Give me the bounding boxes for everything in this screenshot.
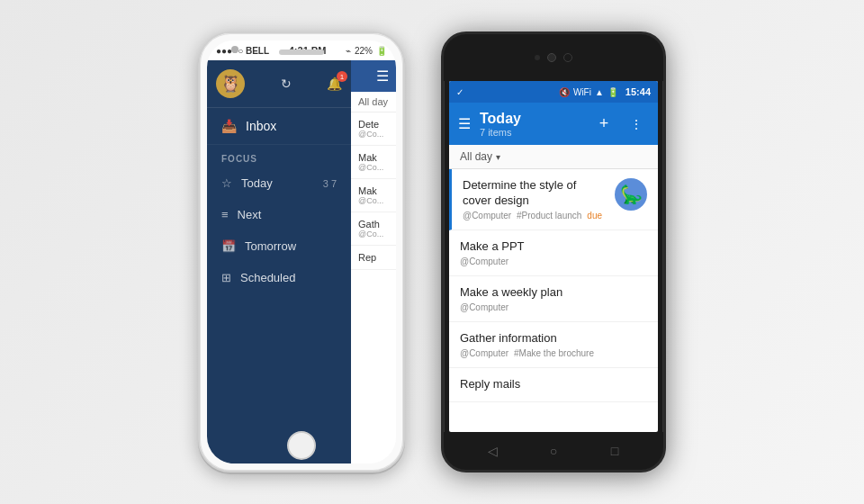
iphone-content: 🦉 ↻ 🔔 1 📥 Inbox bbox=[207, 60, 396, 464]
iphone-sidebar: 🦉 ↻ 🔔 1 📥 Inbox bbox=[207, 60, 351, 464]
today-count: 3 7 bbox=[323, 178, 337, 189]
task-title: Reply mails bbox=[460, 377, 647, 392]
sidebar-focus-label: FOCUS bbox=[207, 145, 351, 167]
android-speaker bbox=[535, 55, 540, 60]
list-item[interactable]: Make a weekly plan @Computer bbox=[449, 276, 658, 322]
list-item[interactable]: Rep bbox=[351, 246, 396, 270]
android-home-button[interactable]: ○ bbox=[540, 437, 567, 464]
iphone-vol-down-button bbox=[198, 155, 200, 177]
android-wifi-icon: WiFi bbox=[573, 87, 591, 97]
android-time: 15:44 bbox=[626, 86, 651, 97]
android-signal-icon: ▲ bbox=[595, 87, 604, 97]
battery-icon: 🔋 bbox=[376, 46, 387, 56]
avatar: 🦉 bbox=[216, 69, 245, 98]
list-item[interactable]: Reply mails bbox=[449, 368, 658, 402]
android-bottom-bar: ◁ ○ □ bbox=[444, 432, 663, 470]
due-badge: due bbox=[587, 211, 602, 220]
android-battery-icon: 🔋 bbox=[608, 87, 618, 97]
task-title: Dete bbox=[358, 119, 389, 130]
sidebar-header: 🦉 ↻ 🔔 1 bbox=[207, 60, 351, 108]
task-list-preview: Dete @Co... Mak @Co... Mak @Co... bbox=[351, 112, 396, 464]
android-menu-icon[interactable]: ☰ bbox=[458, 115, 471, 132]
avatar: 🦕 bbox=[615, 178, 647, 211]
sidebar-item-inbox[interactable]: 📥 Inbox bbox=[207, 108, 351, 145]
task-sub: @Co... bbox=[358, 163, 389, 172]
android-task-list: Determine the style of cover design @Com… bbox=[449, 169, 658, 401]
sidebar-item-tomorrow[interactable]: 📅 Tomorrow bbox=[207, 230, 351, 262]
task-title: Make a PPT bbox=[460, 239, 647, 255]
hamburger-icon[interactable]: ☰ bbox=[376, 68, 389, 85]
task-tag: @Computer bbox=[460, 348, 508, 358]
android-screen-area: ✓ 🔇 WiFi ▲ 🔋 15:44 ☰ Today 7 items + bbox=[449, 81, 658, 432]
android-back-button[interactable]: ◁ bbox=[479, 437, 506, 464]
list-item[interactable]: Mak @Co... bbox=[351, 179, 396, 212]
list-item[interactable]: Dete @Co... bbox=[351, 112, 396, 146]
list-item[interactable]: Gath @Co... bbox=[351, 212, 396, 246]
devices-container: ●●●○○ BELL 4:21 PM ⌁ 22% 🔋 🦉 ↻ bbox=[180, 14, 684, 490]
list-item[interactable]: Gather information @Computer #Make the b… bbox=[449, 322, 658, 368]
iphone-speaker bbox=[279, 50, 324, 55]
chevron-down-icon: ▾ bbox=[496, 152, 500, 162]
android-top-bar bbox=[444, 34, 663, 81]
task-sub: @Co... bbox=[358, 196, 389, 205]
task-content: Make a weekly plan @Computer bbox=[460, 285, 647, 312]
android-camera bbox=[547, 53, 556, 62]
list-item[interactable]: Make a PPT @Computer bbox=[449, 230, 658, 276]
task-title: Mak bbox=[358, 152, 389, 163]
task-title: Rep bbox=[358, 252, 389, 263]
task-content: Make a PPT @Computer bbox=[460, 239, 647, 266]
iphone-home-button[interactable] bbox=[287, 431, 316, 460]
task-tag: @Computer bbox=[460, 256, 508, 266]
iphone-vol-up-button bbox=[198, 123, 200, 146]
task-tags: @Computer #Product launch due bbox=[463, 211, 608, 220]
task-tag: #Make the brochure bbox=[514, 348, 594, 358]
sidebar-scheduled-label: Scheduled bbox=[240, 271, 295, 284]
task-tags: @Computer bbox=[460, 302, 647, 312]
sidebar-item-scheduled[interactable]: ⊞ Scheduled bbox=[207, 262, 351, 293]
sidebar-next-label: Next bbox=[238, 208, 262, 221]
list-item[interactable]: Determine the style of cover design @Com… bbox=[449, 169, 658, 230]
allday-label: All day bbox=[460, 150, 492, 163]
scheduled-icon: ⊞ bbox=[221, 271, 231, 284]
task-title: Gather information bbox=[460, 331, 647, 346]
android-sensor bbox=[563, 53, 572, 62]
iphone-main-panel: ☰ All day Dete @Co... Mak @Co... bbox=[351, 60, 396, 464]
more-options-button[interactable]: ⋮ bbox=[624, 112, 649, 137]
notifications-icon[interactable]: 🔔 1 bbox=[327, 76, 342, 91]
toolbar-subtitle: 7 items bbox=[480, 127, 591, 138]
bluetooth-icon: ⌁ bbox=[346, 46, 351, 56]
task-content: Determine the style of cover design @Com… bbox=[463, 178, 608, 220]
iphone-power-button bbox=[403, 137, 405, 173]
toolbar-title-area: Today 7 items bbox=[480, 110, 591, 138]
task-tags: @Computer #Make the brochure bbox=[460, 348, 647, 358]
task-tag: @Computer bbox=[463, 211, 511, 220]
toolbar-title: Today bbox=[480, 110, 591, 127]
android-allday-bar: All day ▾ bbox=[449, 145, 658, 169]
sidebar-item-next[interactable]: ≡ Next bbox=[207, 199, 351, 230]
android-toolbar: ☰ Today 7 items + ⋮ bbox=[449, 103, 658, 145]
list-item[interactable]: Mak @Co... bbox=[351, 146, 396, 179]
android-check-icon: ✓ bbox=[456, 87, 464, 97]
task-tag: #Product launch bbox=[517, 211, 581, 220]
task-tag: @Computer bbox=[460, 302, 508, 312]
iphone-screen: ●●●○○ BELL 4:21 PM ⌁ 22% 🔋 🦉 ↻ bbox=[207, 40, 396, 464]
sync-icon[interactable]: ↻ bbox=[281, 76, 292, 91]
android-mute-icon: 🔇 bbox=[559, 87, 570, 97]
task-title: Determine the style of cover design bbox=[463, 178, 608, 209]
task-content: Gather information @Computer #Make the b… bbox=[460, 331, 647, 358]
sidebar-tomorrow-label: Tomorrow bbox=[245, 239, 296, 253]
android-status-bar: ✓ 🔇 WiFi ▲ 🔋 15:44 bbox=[449, 81, 658, 103]
task-title: Make a weekly plan bbox=[460, 285, 647, 301]
iphone-camera bbox=[231, 46, 238, 53]
sidebar-today-label: Today bbox=[241, 176, 273, 190]
task-sub: @Co... bbox=[358, 230, 389, 238]
iphone-carrier: ●●●○○ BELL bbox=[216, 46, 269, 56]
iphone-screen-area: ●●●○○ BELL 4:21 PM ⌁ 22% 🔋 🦉 ↻ bbox=[207, 40, 396, 464]
android-device: ✓ 🔇 WiFi ▲ 🔋 15:44 ☰ Today 7 items + bbox=[441, 32, 666, 472]
main-panel-header: ☰ bbox=[351, 60, 396, 92]
add-task-button[interactable]: + bbox=[591, 112, 616, 137]
notification-badge: 1 bbox=[337, 71, 347, 82]
iphone-battery: 22% bbox=[355, 46, 373, 56]
sidebar-item-today[interactable]: ☆ Today 3 7 bbox=[207, 167, 351, 199]
android-recents-button[interactable]: □ bbox=[601, 437, 628, 464]
